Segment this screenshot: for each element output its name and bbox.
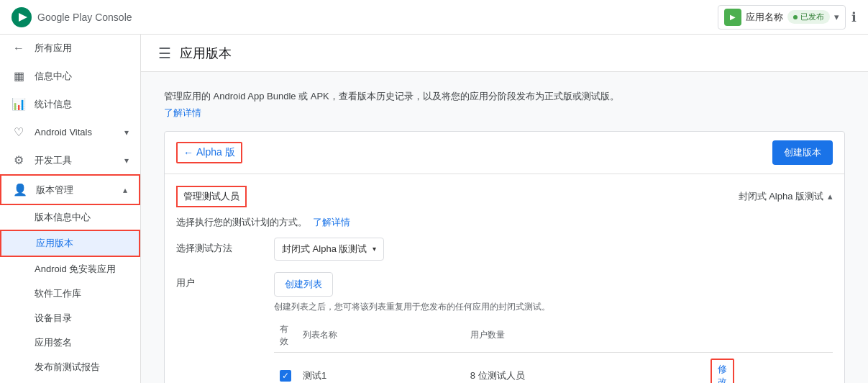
sidebar-item-sw-library[interactable]: 软件工作库: [0, 281, 140, 306]
user-count-cell: 8 位测试人员: [465, 352, 705, 383]
test-method-select[interactable]: 封闭式 Alpha 版测试 ▾: [274, 238, 384, 261]
section-right-label: 封闭式 Alpha 版测试: [739, 190, 823, 203]
sidebar-item-app-version[interactable]: 应用版本: [0, 230, 140, 257]
list-note: 创建列表之后，您可将该列表重复用于您发布的任何应用的封闭式测试。: [274, 301, 833, 313]
sidebar-sub-item-label: 软件工作库: [35, 287, 81, 300]
sidebar-item-version-mgmt[interactable]: 👤 版本管理 ▴: [0, 174, 140, 205]
tester-table: 有效 列表名称 用户数量 ✓: [274, 319, 833, 384]
sidebar-sub-item-label: 版本信息中心: [35, 211, 91, 224]
users-label: 用户: [176, 272, 262, 289]
app-icon: ▶: [724, 9, 741, 26]
test-method-label: 选择测试方法: [176, 238, 262, 255]
edit-cell: 修改: [705, 352, 833, 383]
sidebar-item-pre-launch[interactable]: 发布前测试报告: [0, 355, 140, 379]
list-name-cell: 测试1: [297, 352, 465, 383]
checkbox-cell[interactable]: ✓: [274, 352, 297, 383]
alpha-back-button[interactable]: ← Alpha 版: [176, 142, 242, 163]
main-content: ☰ 应用版本 管理应用的 Android App Bundle 或 APK，查看…: [141, 35, 868, 383]
test-method-row: 选择测试方法 封闭式 Alpha 版测试 ▾: [176, 238, 833, 261]
section-right: 封闭式 Alpha 版测试 ▴: [739, 190, 833, 203]
test-method-value: 封闭式 Alpha 版测试: [282, 243, 367, 256]
logo: Google Play Console: [12, 7, 132, 27]
sidebar-item-label: 信息中心: [35, 70, 72, 83]
learn-more-link-2[interactable]: 了解详情: [313, 217, 350, 227]
app-selector[interactable]: ▶ 应用名称 已发布 ▾: [718, 5, 846, 30]
sidebar-sub-item-label: 应用版本: [36, 237, 73, 250]
test-method-content: 封闭式 Alpha 版测试 ▾: [274, 238, 833, 261]
sidebar-item-version-info[interactable]: 版本信息中心: [0, 205, 140, 230]
sidebar-item-info-center[interactable]: ▦ 信息中心: [0, 62, 140, 90]
alpha-title-label: Alpha 版: [196, 146, 235, 159]
table-row: ✓ 测试1 8 位测试人员 修改: [274, 352, 833, 383]
tools-icon: ⚙: [12, 153, 26, 167]
section-description: 选择执行您的测试计划的方式。 了解详情: [176, 216, 833, 229]
alpha-section: ← Alpha 版 创建版本 管理测试人员 封闭式 Alpha 版测试 ▴: [164, 131, 845, 384]
version-icon: 👤: [13, 183, 27, 197]
sidebar-item-dev-tools[interactable]: ⚙ 开发工具 ▾: [0, 146, 140, 174]
table-header-row: 有效 列表名称 用户数量: [274, 319, 833, 353]
create-list-button[interactable]: 创建列表: [274, 272, 333, 297]
col-action: [705, 319, 833, 353]
col-user-count: 用户数量: [465, 319, 705, 353]
sidebar: ← 所有应用 ▦ 信息中心 📊 统计信息 ♡ Android Vitals ▾ …: [0, 35, 141, 383]
chevron-down-icon: ▾: [834, 12, 839, 22]
dashboard-icon: ▦: [12, 69, 26, 83]
sidebar-item-label: Android Vitals: [35, 127, 92, 138]
manage-testers-header: 管理测试人员 封闭式 Alpha 版测试 ▴: [176, 186, 833, 207]
main-header: ☰ 应用版本: [141, 35, 868, 72]
sidebar-item-label: 统计信息: [35, 98, 72, 111]
back-arrow-icon: ←: [183, 147, 193, 158]
page-description: 管理应用的 Android App Bundle 或 APK，查看版本历史记录，…: [164, 89, 845, 104]
sidebar-item-label: 所有应用: [35, 42, 72, 55]
status-badge: 已发布: [787, 10, 830, 24]
sidebar-item-stats[interactable]: 📊 统计信息: [0, 90, 140, 118]
sidebar-sub-item-label: 应用签名: [35, 336, 72, 349]
chevron-down-icon: ▾: [124, 127, 129, 138]
sidebar-sub-item-label: 发布前测试报告: [35, 361, 100, 374]
edit-button[interactable]: 修改: [711, 359, 734, 384]
sidebar-item-app-signing[interactable]: 应用签名: [0, 330, 140, 355]
sidebar-item-device-catalog[interactable]: 设备目录: [0, 306, 140, 330]
app-name: 应用名称: [746, 11, 783, 24]
users-content: 创建列表 创建列表之后，您可将该列表重复用于您发布的任何应用的封闭式测试。 有效…: [274, 272, 833, 384]
sidebar-item-android-vitals[interactable]: ♡ Android Vitals ▾: [0, 118, 140, 146]
learn-more-link[interactable]: 了解详情: [164, 107, 201, 118]
sidebar-item-store-publish[interactable]: 🏪 商店发布 ▾: [0, 379, 140, 383]
chevron-down-icon: ▾: [124, 156, 129, 166]
chart-icon: 📊: [12, 97, 26, 111]
sidebar-item-android-instant[interactable]: Android 免安装应用: [0, 257, 140, 281]
manage-testers-section: 管理测试人员 封闭式 Alpha 版测试 ▴ 选择执行您的测试计划的方式。 了解…: [165, 174, 844, 384]
page-title: 应用版本: [180, 45, 232, 62]
info-icon[interactable]: ℹ: [851, 9, 856, 25]
checkbox-checked[interactable]: ✓: [280, 370, 291, 382]
chevron-up-icon: ▴: [123, 185, 127, 195]
col-valid: 有效: [274, 319, 297, 353]
header-right: ▶ 应用名称 已发布 ▾ ℹ: [718, 5, 856, 30]
play-console-logo-icon: [12, 7, 32, 27]
app-header: Google Play Console ▶ 应用名称 已发布 ▾ ℹ: [0, 0, 868, 35]
alpha-header: ← Alpha 版 创建版本: [165, 132, 844, 174]
status-dot: [793, 15, 798, 19]
create-version-button[interactable]: 创建版本: [772, 140, 833, 165]
col-list-name: 列表名称: [297, 319, 465, 353]
sidebar-item-label: 版本管理: [36, 184, 73, 197]
manage-testers-title: 管理测试人员: [176, 186, 247, 207]
users-row: 用户 创建列表 创建列表之后，您可将该列表重复用于您发布的任何应用的封闭式测试。…: [176, 272, 833, 384]
logo-text: Google Play Console: [37, 12, 132, 23]
sidebar-sub-item-label: 设备目录: [35, 312, 72, 325]
hamburger-icon[interactable]: ☰: [158, 45, 171, 62]
sidebar-sub-item-label: Android 免安装应用: [35, 263, 116, 276]
collapse-icon[interactable]: ▴: [828, 191, 833, 202]
app-status: 已发布: [800, 12, 824, 22]
back-arrow-icon: ←: [12, 42, 26, 55]
sidebar-item-all-apps[interactable]: ← 所有应用: [0, 35, 140, 62]
vitals-icon: ♡: [12, 125, 26, 139]
chevron-down-icon: ▾: [373, 245, 376, 253]
sidebar-item-label: 开发工具: [35, 154, 72, 167]
